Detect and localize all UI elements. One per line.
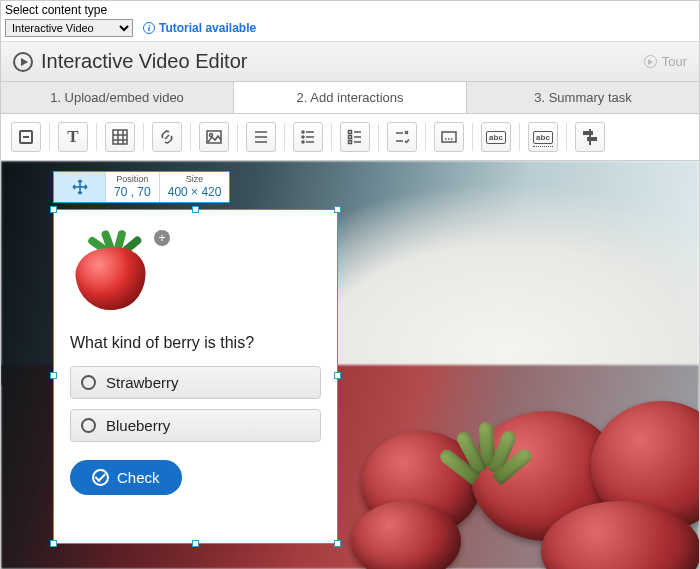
svg-rect-17 xyxy=(349,136,352,139)
tool-multi-choice[interactable] xyxy=(340,122,370,152)
tab-summary[interactable]: 3. Summary task xyxy=(467,82,699,113)
option-strawberry[interactable]: Strawberry xyxy=(70,366,321,399)
svg-point-12 xyxy=(302,141,304,143)
tour-label: Tour xyxy=(662,54,687,69)
radio-icon xyxy=(81,375,96,390)
tab-upload[interactable]: 1. Upload/embed video xyxy=(1,82,234,113)
move-handle[interactable] xyxy=(54,172,106,202)
svg-point-11 xyxy=(302,136,304,138)
size-label: Size xyxy=(168,175,222,185)
radio-icon xyxy=(81,418,96,433)
position-value: 70 , 70 xyxy=(114,185,151,199)
position-label: Position xyxy=(114,175,151,185)
play-ring-icon xyxy=(13,52,33,72)
info-icon: i xyxy=(143,22,155,34)
question-image: + xyxy=(70,224,160,314)
option-label: Blueberry xyxy=(106,417,170,434)
interaction-toolbar: T abc abc xyxy=(1,114,699,161)
tutorial-label: Tutorial available xyxy=(159,21,256,35)
tool-mark-words[interactable]: abc xyxy=(528,122,558,152)
video-stage[interactable]: Position 70 , 70 Size 400 × 420 xyxy=(1,161,699,569)
resize-handle-r[interactable] xyxy=(334,372,341,379)
add-image-button[interactable]: + xyxy=(154,230,170,246)
tool-table[interactable] xyxy=(105,122,135,152)
tab-interactions[interactable]: 2. Add interactions xyxy=(234,82,467,113)
tool-drag-text[interactable]: abc xyxy=(481,122,511,152)
resize-handle-br[interactable] xyxy=(334,540,341,547)
resize-handle-t[interactable] xyxy=(192,206,199,213)
option-label: Strawberry xyxy=(106,374,179,391)
tool-image[interactable] xyxy=(199,122,229,152)
question-text: What kind of berry is this? xyxy=(70,334,321,352)
svg-rect-0 xyxy=(113,130,127,144)
option-blueberry[interactable]: Blueberry xyxy=(70,409,321,442)
tool-link[interactable] xyxy=(152,122,182,152)
size-readout: Size 400 × 420 xyxy=(160,172,230,202)
selection-toolbar: Position 70 , 70 Size 400 × 420 xyxy=(53,171,230,203)
editor-title-text: Interactive Video Editor xyxy=(41,50,247,73)
resize-handle-bl[interactable] xyxy=(50,540,57,547)
tour-icon xyxy=(644,55,657,68)
page-title: Interactive Video Editor xyxy=(13,50,247,73)
content-type-select[interactable]: Interactive Video xyxy=(5,19,133,37)
resize-handle-b[interactable] xyxy=(192,540,199,547)
resize-handle-tl[interactable] xyxy=(50,206,57,213)
interaction-frame[interactable]: + What kind of berry is this? Strawberry… xyxy=(53,209,338,544)
tool-true-false[interactable] xyxy=(387,122,417,152)
resize-handle-tr[interactable] xyxy=(334,206,341,213)
tool-statements[interactable] xyxy=(246,122,276,152)
tour-button[interactable]: Tour xyxy=(644,54,687,69)
tool-label-box[interactable] xyxy=(11,122,41,152)
svg-point-10 xyxy=(302,131,304,133)
selection-overlay: Position 70 , 70 Size 400 × 420 xyxy=(53,171,338,544)
svg-rect-18 xyxy=(349,141,352,144)
resize-handle-l[interactable] xyxy=(50,372,57,379)
check-icon xyxy=(92,469,109,486)
tool-single-choice[interactable] xyxy=(293,122,323,152)
tool-crossroads[interactable] xyxy=(575,122,605,152)
tutorial-link[interactable]: i Tutorial available xyxy=(143,21,256,35)
check-button[interactable]: Check xyxy=(70,460,182,495)
size-value: 400 × 420 xyxy=(168,185,222,199)
position-readout: Position 70 , 70 xyxy=(106,172,160,202)
step-tabs: 1. Upload/embed video 2. Add interaction… xyxy=(1,82,699,114)
svg-rect-26 xyxy=(442,132,456,142)
check-label: Check xyxy=(117,469,160,486)
svg-rect-16 xyxy=(349,131,352,134)
content-type-label: Select content type xyxy=(1,1,699,19)
tool-text[interactable]: T xyxy=(58,122,88,152)
tool-fill-blanks[interactable] xyxy=(434,122,464,152)
